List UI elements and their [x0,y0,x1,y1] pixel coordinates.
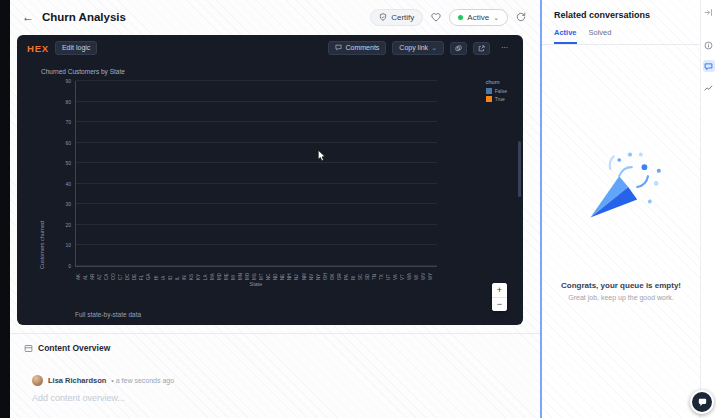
info-icon [704,41,713,50]
x-tick-label: CA [105,269,110,280]
left-edge-strip [0,0,10,418]
x-tick-label: WY [429,269,434,280]
analytics-button[interactable] [703,81,715,93]
x-tick-label: MS [253,269,258,280]
empty-state-subtitle: Great job, keep up the good work. [568,294,673,301]
legend-label: False [495,88,507,94]
comment: Lisa Richardson • a few seconds ago [10,359,540,386]
refresh-icon [516,12,526,22]
tab-solved[interactable]: Solved [589,28,612,44]
x-tick-label: NE [281,269,286,280]
x-tick-label: NM [303,269,308,280]
content-placeholder[interactable]: Add content overview... [10,386,540,403]
caret-down-icon: ⌄ [431,44,437,51]
x-tick-label: IN [183,269,188,280]
x-tick-label: FL [140,269,145,280]
collapse-right-icon [704,8,713,17]
y-tick-label: 10 [65,242,71,248]
x-tick-label: SD [366,269,371,280]
duplicate-button[interactable] [450,42,467,55]
info-button[interactable] [703,39,715,51]
comments-label: Comments [345,44,379,52]
copy-link-button[interactable]: Copy link ⌄ [392,41,444,55]
legend-title: churn [486,79,507,85]
x-tick-label: NY [317,269,322,280]
legend-entries: FalseTrue [486,88,507,102]
back-button[interactable]: ← [22,11,34,23]
x-tick-label: HI [155,269,160,280]
x-tick-label: KY [197,269,202,280]
right-icon-rail [700,0,716,418]
copy-link-label: Copy link [399,44,428,52]
comment-meta: • a few seconds ago [111,377,174,384]
x-tick-label: VT [401,269,406,280]
section-panel-icon [24,344,33,353]
certify-button[interactable]: Certify [370,9,423,26]
page-title: Churn Analysis [42,11,126,23]
app-root: ← Churn Analysis Certify Active ⌄ [0,0,716,418]
x-tick-label: DE [133,269,138,280]
comment-bubble-icon [335,44,342,51]
x-tick-label: TX [380,269,385,280]
chart-xlabels: AKALARAZCACOCTDCDEFLGAHIIAIDILINKSKYLAMA… [75,267,437,280]
chart-bars [76,81,437,266]
x-axis-title: State [75,281,437,287]
collapse-panel-button[interactable] [703,6,715,18]
shield-check-icon [379,13,387,21]
x-tick-label: WI [415,269,420,280]
empty-state: Congrats, your queue is empty! Great job… [542,45,700,301]
x-tick-label: IL [176,269,181,280]
x-tick-label: CT [119,269,124,280]
x-tick-label: SC [359,269,364,280]
x-tick-label: ME [225,269,230,280]
chart-plot: 0102030405060708090 [75,81,437,267]
more-icon: ⋯ [501,44,508,52]
x-tick-label: MA [211,269,216,280]
content-overview-section[interactable]: Content Overview [10,334,540,359]
status-dot [458,15,463,20]
conversations-button[interactable] [703,60,715,72]
embed-scrollbar[interactable] [518,141,521,197]
legend-entry-true: True [486,96,507,102]
main-area: ← Churn Analysis Certify Active ⌄ [10,0,540,418]
x-tick-label: AZ [98,269,103,280]
x-tick-label: LA [204,269,209,280]
chart-title: Churned Customers by State [41,68,523,75]
status-dropdown[interactable]: Active ⌄ [449,9,508,26]
x-tick-label: OH [324,269,329,280]
open-in-app-button[interactable] [473,42,490,55]
party-popper-illustration [567,141,675,233]
x-tick-label: ID [169,269,174,280]
x-tick-label: NC [267,269,272,280]
tab-active[interactable]: Active [554,28,577,44]
y-tick-label: 30 [65,201,71,207]
y-tick-label: 80 [65,99,71,105]
header-actions: Certify Active ⌄ [370,9,528,26]
avatar [32,375,43,386]
x-tick-label: NV [310,269,315,280]
comments-button[interactable]: Comments [328,41,386,55]
favorite-button[interactable] [429,10,443,24]
zoom-in-button[interactable]: + [492,283,507,297]
edit-logic-button[interactable]: Edit logic [55,41,97,55]
more-options-button[interactable]: ⋯ [496,41,513,55]
panel-title: Related conversations [542,0,700,28]
chat-queue-icon [704,62,713,71]
y-axis-title: Customers churned [39,83,45,269]
x-tick-label: RI [352,269,357,280]
x-tick-label: WA [408,269,413,280]
comment-author: Lisa Richardson [48,376,106,385]
chat-fab-button[interactable] [690,390,714,414]
refresh-button[interactable] [514,10,528,24]
x-tick-label: NJ [295,269,300,280]
x-tick-label: CO [112,269,117,280]
page-header: ← Churn Analysis Certify Active ⌄ [10,0,540,34]
x-tick-label: ND [274,269,279,280]
duplicate-icon [455,45,462,52]
x-tick-label: MO [246,269,251,280]
zoom-out-button[interactable]: − [492,297,507,311]
legend-label: True [495,96,505,102]
y-tick-label: 20 [65,222,71,228]
x-tick-label: MN [239,269,244,280]
full-data-link[interactable]: Full state-by-state data [75,311,141,318]
